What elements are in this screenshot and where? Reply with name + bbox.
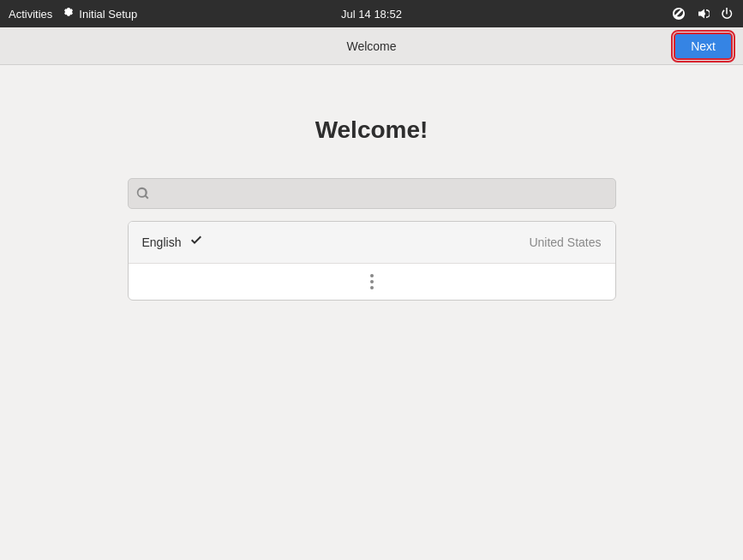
next-button[interactable]: Next — [674, 33, 733, 60]
activities-button[interactable]: Activities — [9, 8, 52, 21]
network-icon[interactable] — [671, 6, 686, 21]
gear-icon — [63, 7, 75, 21]
main-content: Welcome! English United States — [0, 65, 743, 301]
check-icon — [189, 234, 203, 251]
headerbar-title: Welcome — [346, 39, 396, 53]
search-icon — [136, 187, 150, 200]
language-list: English United States — [128, 221, 616, 301]
topbar: Activities Initial Setup Jul 14 18:52 — [0, 0, 743, 27]
topbar-datetime: Jul 14 18:52 — [341, 8, 402, 21]
language-name: English — [142, 235, 182, 249]
search-container — [128, 178, 616, 209]
region-name: United States — [529, 235, 601, 249]
more-dots-icon — [370, 274, 374, 289]
headerbar: Welcome Next — [0, 27, 743, 65]
language-row-english[interactable]: English United States — [129, 222, 615, 264]
search-input[interactable] — [128, 178, 616, 209]
power-icon[interactable] — [719, 6, 734, 21]
setup-label-text: Initial Setup — [79, 8, 137, 21]
welcome-title: Welcome! — [315, 116, 428, 144]
more-options-row[interactable] — [129, 264, 615, 300]
language-row-left: English — [142, 234, 204, 251]
initial-setup-label: Initial Setup — [63, 7, 137, 21]
volume-icon[interactable] — [695, 6, 710, 21]
topbar-left: Activities Initial Setup — [9, 7, 137, 21]
topbar-right — [671, 6, 734, 21]
